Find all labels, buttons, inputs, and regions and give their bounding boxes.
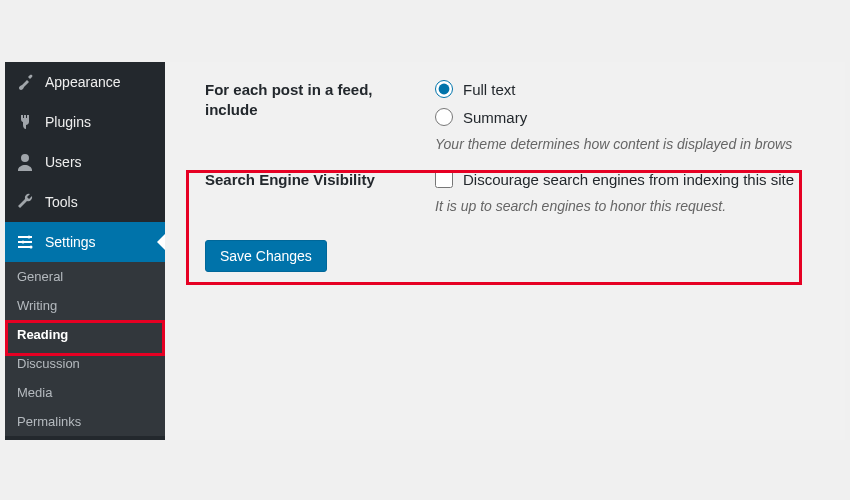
svg-point-0: [28, 236, 31, 239]
admin-sidebar: Appearance Plugins Users Tools Settings: [5, 62, 165, 440]
sidebar-item-appearance[interactable]: Appearance: [5, 62, 165, 102]
user-icon: [15, 152, 35, 172]
radio-summary[interactable]: Summary: [435, 108, 845, 126]
feed-row: For each post in a feed, include Full te…: [205, 80, 845, 152]
sidebar-label: Plugins: [45, 114, 91, 130]
sidebar-item-tools[interactable]: Tools: [5, 182, 165, 222]
radio-summary-label: Summary: [463, 109, 527, 126]
plug-icon: [15, 112, 35, 132]
radio-summary-input[interactable]: [435, 108, 453, 126]
submenu-permalinks[interactable]: Permalinks: [5, 407, 165, 436]
svg-point-2: [30, 246, 33, 249]
feed-hint: Your theme determines how content is dis…: [435, 136, 845, 152]
save-changes-button[interactable]: Save Changes: [205, 240, 327, 272]
visibility-hint: It is up to search engines to honor this…: [435, 198, 845, 214]
radio-full-input[interactable]: [435, 80, 453, 98]
visibility-field: Discourage search engines from indexing …: [435, 170, 845, 214]
sidebar-label: Users: [45, 154, 82, 170]
sidebar-label: Tools: [45, 194, 78, 210]
sidebar-label: Appearance: [45, 74, 121, 90]
feed-label: For each post in a feed, include: [205, 80, 435, 119]
sidebar-item-settings[interactable]: Settings: [5, 222, 165, 262]
submenu-writing[interactable]: Writing: [5, 291, 165, 320]
feed-field: Full text Summary Your theme determines …: [435, 80, 845, 152]
submenu-reading[interactable]: Reading: [5, 320, 165, 349]
sidebar-item-plugins[interactable]: Plugins: [5, 102, 165, 142]
visibility-checkbox-line[interactable]: Discourage search engines from indexing …: [435, 170, 845, 188]
submenu-media[interactable]: Media: [5, 378, 165, 407]
submenu-discussion[interactable]: Discussion: [5, 349, 165, 378]
sidebar-label: Settings: [45, 234, 96, 250]
submenu-general[interactable]: General: [5, 262, 165, 291]
radio-full-text[interactable]: Full text: [435, 80, 845, 98]
visibility-checkbox[interactable]: [435, 170, 453, 188]
sidebar-item-users[interactable]: Users: [5, 142, 165, 182]
radio-full-label: Full text: [463, 81, 516, 98]
visibility-checkbox-label: Discourage search engines from indexing …: [463, 171, 794, 188]
settings-content: For each post in a feed, include Full te…: [165, 62, 845, 440]
app-frame: Appearance Plugins Users Tools Settings: [5, 62, 845, 440]
visibility-label: Search Engine Visibility: [205, 170, 435, 190]
visibility-row: Search Engine Visibility Discourage sear…: [205, 170, 845, 214]
sliders-icon: [15, 232, 35, 252]
brush-icon: [15, 72, 35, 92]
svg-point-1: [22, 241, 25, 244]
wrench-icon: [15, 192, 35, 212]
